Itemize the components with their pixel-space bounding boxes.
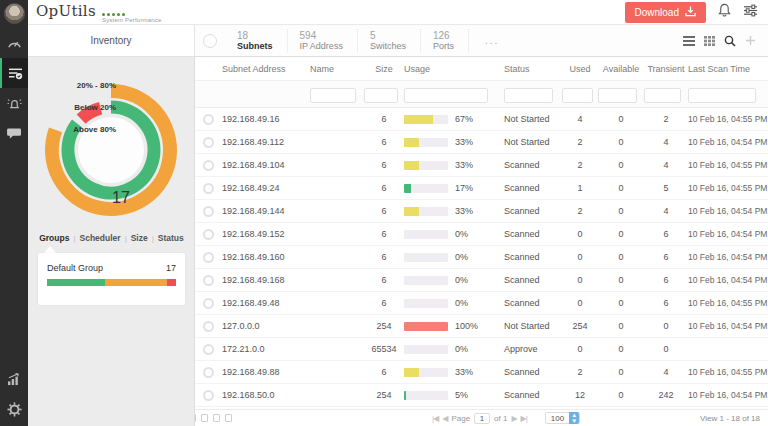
stat-value: 5 [370, 30, 406, 41]
group-row[interactable]: Default Group 17 [47, 263, 176, 273]
download-button[interactable]: Download [625, 2, 706, 23]
filter-input-transient[interactable] [644, 88, 681, 103]
table-row[interactable]: 172.21.0.0655340%Approve000 [195, 338, 768, 361]
table-row[interactable]: 192.168.49.112633%Not Started20410 Feb 1… [195, 131, 768, 154]
table-row[interactable]: 192.168.49.16060%Scanned00610 Feb 16, 04… [195, 246, 768, 269]
row-radio[interactable] [203, 114, 214, 125]
column-header-usage[interactable]: Usage [404, 64, 504, 74]
stat-tab-ports[interactable]: 126Ports [421, 29, 469, 53]
cell-used: 0 [562, 298, 598, 308]
row-radio[interactable] [203, 344, 214, 355]
cell-last-scan: 10 Feb 16, 04:55 PM [688, 114, 768, 124]
column-header-used[interactable]: Used [562, 64, 598, 74]
chart-growth-icon [7, 373, 22, 386]
table-row[interactable]: 192.168.49.15260%Scanned00610 Feb 16, 04… [195, 223, 768, 246]
row-radio[interactable] [203, 183, 214, 194]
stat-label: Subnets [237, 41, 273, 51]
stat-tab-subnets[interactable]: 18Subnets [225, 29, 288, 53]
row-radio[interactable] [203, 206, 214, 217]
cell-size: 6 [364, 206, 404, 216]
tab-separator: | [152, 234, 154, 243]
logo-dots [102, 13, 162, 16]
filter-input-usage[interactable] [404, 88, 488, 103]
filter-input-last_scan[interactable] [688, 88, 756, 103]
column-header-name[interactable]: Name [310, 64, 364, 74]
next-page-icon[interactable]: ▶ [511, 414, 516, 423]
sidebar-item-inventory[interactable] [0, 58, 28, 88]
page-size-select[interactable]: 100 ▲▼ [545, 412, 580, 424]
table-row[interactable]: 192.168.49.88633%Scanned20410 Feb 16, 04… [195, 361, 768, 384]
search-icon[interactable] [724, 35, 736, 47]
stats-radio[interactable] [203, 34, 217, 48]
filter-input-used[interactable] [562, 88, 593, 103]
table-row[interactable]: 192.168.49.144633%Scanned20410 Feb 16, 0… [195, 200, 768, 223]
page-title: Inventory [28, 25, 195, 57]
table-row[interactable]: 192.168.49.104633%Scanned20410 Feb 16, 0… [195, 154, 768, 177]
table-row[interactable]: 127.0.0.0254100%Not Started2540010 Feb 1… [195, 315, 768, 338]
settings-sliders-icon[interactable] [743, 3, 758, 21]
row-radio[interactable] [203, 390, 214, 401]
filter-input-size[interactable] [364, 88, 398, 103]
table-row[interactable]: 192.168.49.16667%Not Started40210 Feb 16… [195, 108, 768, 131]
legend-item: Below 20% [28, 103, 116, 112]
notifications-bell-icon[interactable] [718, 3, 731, 21]
stat-value: 126 [433, 30, 454, 41]
cell-status: Scanned [504, 367, 562, 377]
column-header-available[interactable]: Available [598, 64, 644, 74]
grid-view-icon[interactable] [704, 36, 715, 46]
alarm-bell-icon [7, 97, 22, 110]
table-row[interactable]: 192.168.49.16860%Scanned00610 Feb 16, 04… [195, 269, 768, 292]
sidebar-item-alerts[interactable] [0, 88, 28, 118]
panel-tab-status[interactable]: Status [158, 233, 184, 243]
cell-status: Scanned [504, 183, 562, 193]
usage-bar [404, 391, 448, 400]
cell-available: 0 [598, 160, 644, 170]
column-header-transient[interactable]: Transient [644, 64, 688, 74]
row-radio[interactable] [203, 321, 214, 332]
row-radio[interactable] [203, 229, 214, 240]
cell-transient: 6 [644, 252, 688, 262]
add-icon[interactable] [745, 35, 756, 46]
usage-bar [404, 253, 448, 262]
row-radio[interactable] [203, 275, 214, 286]
row-radio[interactable] [203, 367, 214, 378]
stat-tab-switches[interactable]: 5Switches [358, 29, 421, 53]
list-view-icon[interactable] [683, 36, 695, 46]
stat-tab-ip-address[interactable]: 594IP Address [288, 29, 358, 53]
user-avatar[interactable] [4, 3, 25, 24]
panel-tab-groups[interactable]: Groups [39, 233, 69, 243]
column-header-subnet[interactable]: Subnet Address [222, 64, 310, 74]
stats-more-button[interactable]: ... [469, 35, 515, 46]
column-header-last_scan[interactable]: Last Scan Time [688, 64, 768, 74]
panel-tab-size[interactable]: Size [131, 233, 148, 243]
export-icon-2[interactable] [201, 414, 208, 422]
cell-transient: 242 [644, 390, 688, 400]
row-radio[interactable] [203, 298, 214, 309]
column-header-size[interactable]: Size [364, 64, 404, 74]
row-radio[interactable] [203, 160, 214, 171]
cell-last-scan: 10 Feb 16, 04:55 PM [688, 160, 768, 170]
panel-tab-scheduler[interactable]: Scheduler [80, 233, 121, 243]
column-header-status[interactable]: Status [504, 64, 562, 74]
table-row[interactable]: 192.168.49.4860%Scanned00610 Feb 16, 04:… [195, 292, 768, 315]
row-radio[interactable] [203, 137, 214, 148]
cell-usage: 0% [404, 252, 504, 262]
table-row[interactable]: 192.168.49.24617%Scanned10510 Feb 16, 04… [195, 177, 768, 200]
sub-bar: Inventory 18Subnets594IP Address5Switche… [28, 25, 768, 57]
last-page-icon[interactable]: ▶| [521, 414, 527, 423]
row-radio[interactable] [203, 252, 214, 263]
first-page-icon[interactable]: |◀ [432, 414, 438, 423]
cell-subnet: 192.168.49.88 [222, 367, 310, 377]
sidebar-item-chat[interactable] [0, 118, 28, 148]
filter-input-name[interactable] [310, 88, 356, 103]
sidebar-item-reports[interactable] [0, 364, 28, 394]
export-icon-3[interactable] [213, 414, 220, 422]
sidebar-item-settings[interactable] [0, 394, 28, 424]
prev-page-icon[interactable]: ◀ [442, 414, 447, 423]
filter-input-status[interactable] [504, 88, 553, 103]
export-icon-4[interactable] [225, 414, 232, 422]
page-number-input[interactable] [474, 413, 490, 424]
filter-input-available[interactable] [598, 88, 637, 103]
sidebar-item-dashboard[interactable] [0, 28, 28, 58]
table-row[interactable]: 192.168.50.02545%Scanned12024210 Feb 16,… [195, 384, 768, 407]
